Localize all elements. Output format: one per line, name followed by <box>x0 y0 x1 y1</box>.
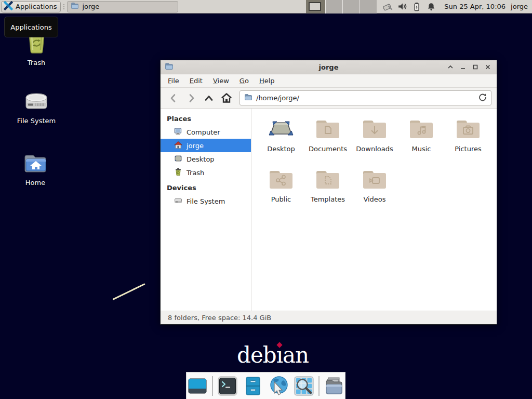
up-button[interactable] <box>201 91 217 105</box>
sidebar-item-jorge[interactable]: jorge <box>161 139 251 152</box>
battery-icon[interactable] <box>411 1 422 12</box>
sidebar-item-trash[interactable]: Trash <box>161 166 251 179</box>
file-desktop[interactable]: Desktop <box>258 116 304 166</box>
folder-icon <box>71 2 79 11</box>
terminal-launcher[interactable] <box>217 375 238 397</box>
file-public[interactable]: Public <box>258 166 304 217</box>
wallpaper-swirl-line <box>112 283 145 300</box>
desktop-special-icon <box>268 116 294 143</box>
folder-public-icon <box>268 166 294 193</box>
file-pictures[interactable]: Pictures <box>445 116 491 166</box>
dock-panel <box>186 372 345 399</box>
minimize-button[interactable] <box>458 62 468 72</box>
user-home-icon <box>174 141 182 151</box>
web-browser-launcher[interactable] <box>268 375 289 397</box>
menu-go[interactable]: Go <box>234 75 254 87</box>
folder-templates-icon <box>315 166 341 193</box>
path-folder-icon <box>244 94 252 102</box>
file-templates[interactable]: Templates <box>304 166 351 217</box>
sidebar-header-places: Places <box>161 112 251 125</box>
file-label: Public <box>271 195 291 203</box>
file-downloads[interactable]: Downloads <box>351 116 398 166</box>
menu-edit[interactable]: Edit <box>184 75 208 87</box>
harddrive-icon <box>23 89 49 114</box>
file-label: Downloads <box>356 145 393 153</box>
workspace-4[interactable] <box>360 0 377 14</box>
maximize-button[interactable] <box>471 62 480 72</box>
titlebar[interactable]: jorge <box>161 60 497 74</box>
dock-separator <box>318 376 320 396</box>
menu-view[interactable]: View <box>208 75 234 87</box>
sidebar-item-desktop[interactable]: Desktop <box>161 152 251 166</box>
wordmark-post: an <box>283 342 309 368</box>
dock-separator <box>212 376 213 396</box>
home-folder-icon <box>22 152 48 176</box>
sidebar-item-filesystem[interactable]: File System <box>161 194 251 208</box>
sidebar-item-label: Desktop <box>187 155 215 163</box>
debian-wordmark: debıan <box>237 342 309 368</box>
path-bar[interactable]: /home/jorge/ <box>240 90 491 105</box>
panel-username: jorge <box>511 3 528 10</box>
path-text[interactable]: /home/jorge/ <box>256 94 475 102</box>
panel-clock[interactable]: Sun 25 Apr, 10:06 <box>444 3 506 10</box>
sidebar-item-label: jorge <box>187 142 204 150</box>
menu-file[interactable]: File <box>163 75 184 87</box>
file-label: Templates <box>311 195 345 203</box>
sidebar-item-computer[interactable]: Computer <box>161 125 251 139</box>
applications-menu-label: Applications <box>16 3 57 10</box>
file-label: Pictures <box>455 145 481 153</box>
forward-button[interactable] <box>183 91 199 105</box>
folder-music-icon <box>408 116 434 143</box>
system-tray <box>382 1 437 12</box>
desktop-icon-label: Home <box>25 179 45 187</box>
shade-button[interactable] <box>446 62 455 72</box>
workspace-switcher <box>306 0 377 14</box>
file-videos[interactable]: Videos <box>351 166 398 217</box>
workspace-2[interactable] <box>325 0 342 14</box>
file-view[interactable]: Desktop Documents <box>251 109 497 311</box>
directory-menu-launcher[interactable] <box>323 375 345 397</box>
folder-downloads-icon <box>362 116 388 143</box>
applications-menu-button[interactable]: Applications <box>1 1 61 12</box>
panel-grip-handle[interactable] <box>62 2 66 11</box>
file-manager-launcher[interactable] <box>242 375 264 397</box>
sidebar-item-label: Trash <box>187 169 204 177</box>
application-finder-launcher[interactable] <box>293 375 315 397</box>
file-documents[interactable]: Documents <box>304 116 351 166</box>
file-music[interactable]: Music <box>398 116 445 166</box>
statusbar-text: 8 folders, Free space: 14.4 GiB <box>168 314 271 322</box>
volume-icon[interactable] <box>396 1 408 12</box>
file-label: Videos <box>363 195 385 203</box>
file-label: Documents <box>309 145 347 153</box>
folder-pictures-icon <box>455 116 481 143</box>
notifications-icon[interactable] <box>425 1 437 12</box>
show-desktop-button[interactable] <box>187 375 208 397</box>
desktop-icon-home[interactable]: Home <box>10 152 60 187</box>
menu-help[interactable]: Help <box>254 75 280 87</box>
close-button[interactable] <box>483 62 493 72</box>
home-button[interactable] <box>219 91 234 105</box>
back-button[interactable] <box>166 91 181 105</box>
trash-icon <box>174 168 182 178</box>
workspace-3[interactable] <box>342 0 360 14</box>
workspace-1[interactable] <box>306 0 325 14</box>
file-label: Desktop <box>267 145 295 153</box>
applications-tooltip: Applications <box>4 17 58 37</box>
computer-icon <box>174 127 182 137</box>
taskbar-window-button[interactable]: jorge <box>67 1 178 12</box>
reload-icon[interactable] <box>478 93 487 103</box>
clipboard-icon[interactable] <box>382 1 393 12</box>
toolbar: /home/jorge/ <box>161 88 497 109</box>
file-label: Music <box>412 145 431 153</box>
top-panel: Applications jorge <box>0 0 532 14</box>
file-manager-window: jorge File Edit View Go Help <box>160 60 497 325</box>
window-folder-icon <box>165 62 174 72</box>
desktop-icon <box>174 154 182 164</box>
desktop-icon-filesystem[interactable]: File System <box>11 89 61 125</box>
folder-documents-icon <box>315 116 341 143</box>
desktop-icon-label: File System <box>17 117 56 125</box>
sidebar-header-devices: Devices <box>161 181 251 194</box>
harddrive-icon <box>174 196 182 206</box>
sidebar-item-label: File System <box>187 197 225 205</box>
sidebar: Places Computer <box>161 109 251 311</box>
